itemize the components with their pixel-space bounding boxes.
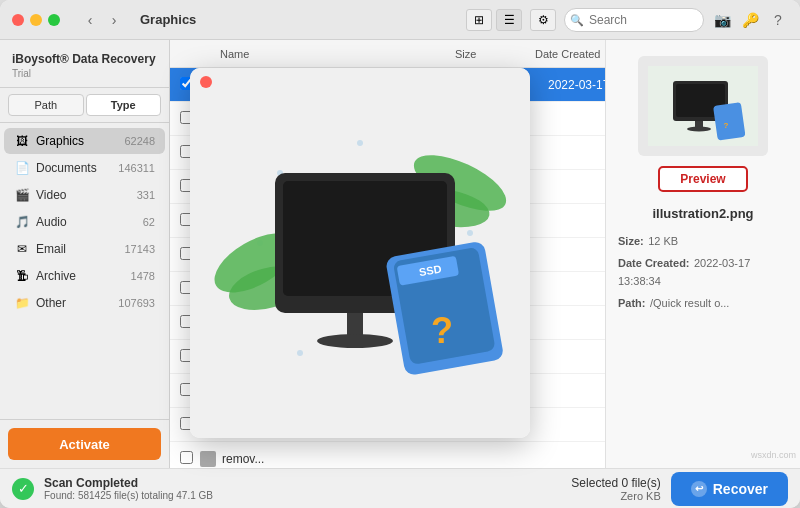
illustration-svg: ? SSD [200, 93, 520, 413]
sidebar-item-label: Documents [36, 161, 112, 175]
close-button[interactable] [12, 14, 24, 26]
popup-image: ? SSD [190, 68, 530, 438]
svg-point-1 [357, 140, 363, 146]
watermark: wsxdn.com [751, 450, 796, 460]
size-label: Size: [618, 235, 644, 247]
file-name: remov... [222, 452, 466, 466]
app-subtitle: Trial [12, 68, 157, 79]
svg-point-4 [467, 230, 473, 236]
minimize-button[interactable] [30, 14, 42, 26]
graphics-icon: 🖼 [14, 133, 30, 149]
info-icon[interactable]: 🔑 [740, 10, 760, 30]
nav-buttons: ‹ › [80, 10, 124, 30]
column-name: Name [220, 48, 455, 60]
popup-close-button[interactable] [200, 76, 212, 88]
preview-overlay: ? SSD ? Preview illust [170, 40, 800, 468]
search-wrapper [564, 8, 704, 32]
date-label: Date Created: [618, 257, 690, 269]
recover-button[interactable]: ↩ Recover [671, 472, 788, 506]
list-view-toggle[interactable]: ☰ [496, 9, 522, 31]
svg-point-5 [297, 350, 303, 356]
grid-view-toggle[interactable]: ⊞ [466, 9, 492, 31]
traffic-lights [12, 14, 60, 26]
forward-button[interactable]: › [104, 10, 124, 30]
sidebar-item-count: 107693 [118, 297, 155, 309]
sidebar-item-other[interactable]: 📁 Other 107693 [4, 290, 165, 316]
sidebar-item-documents[interactable]: 📄 Documents 146311 [4, 155, 165, 181]
svg-point-24 [687, 127, 711, 132]
file-thumbnail [200, 451, 216, 467]
path-label: Path: [618, 297, 646, 309]
documents-icon: 📄 [14, 160, 30, 176]
tab-row: Path Type [0, 88, 169, 123]
sidebar-item-graphics[interactable]: 🖼 Graphics 62248 [4, 128, 165, 154]
size-value: 12 KB [648, 235, 678, 247]
svg-text:?: ? [724, 121, 729, 130]
search-input[interactable] [564, 8, 704, 32]
sidebar-header: iBoysoft® Data Recovery Trial [0, 40, 169, 88]
scan-title: Scan Completed [44, 476, 213, 490]
scan-text: Scan Completed Found: 581425 file(s) tot… [44, 476, 213, 501]
svg-rect-25 [713, 102, 746, 141]
tab-type[interactable]: Type [86, 94, 162, 116]
audio-icon: 🎵 [14, 214, 30, 230]
status-bar: ✓ Scan Completed Found: 581425 file(s) t… [0, 468, 800, 508]
maximize-button[interactable] [48, 14, 60, 26]
recover-icon: ↩ [691, 481, 707, 497]
right-panel: ? Preview illustration2.png Size: 12 KB … [605, 40, 800, 468]
image-preview-popup[interactable]: ? SSD [190, 68, 530, 438]
sidebar-list: 🖼 Graphics 62248 📄 Documents 146311 🎬 Vi… [0, 123, 169, 419]
email-icon: ✉ [14, 241, 30, 257]
column-size: Size [455, 48, 535, 60]
sidebar-item-label: Video [36, 188, 131, 202]
status-right: Selected 0 file(s) Zero KB ↩ Recover [571, 472, 788, 506]
sidebar-footer: Activate [0, 419, 169, 468]
help-icon[interactable]: ? [768, 10, 788, 30]
preview-thumbnail: ? [638, 56, 768, 156]
scan-complete-icon: ✓ [12, 478, 34, 500]
sidebar-item-label: Email [36, 242, 118, 256]
sidebar-item-archive[interactable]: 🗜 Archive 1478 [4, 263, 165, 289]
sidebar-item-video[interactable]: 🎬 Video 331 [4, 182, 165, 208]
preview-file-name: illustration2.png [652, 206, 753, 221]
sidebar-item-label: Archive [36, 269, 125, 283]
sidebar-item-email[interactable]: ✉ Email 17143 [4, 236, 165, 262]
sidebar-item-count: 1478 [131, 270, 155, 282]
selected-size: Zero KB [571, 490, 660, 502]
selected-files: Selected 0 file(s) [571, 476, 660, 490]
sidebar-item-label: Graphics [36, 134, 118, 148]
path-value: /Quick result o... [650, 297, 729, 309]
camera-icon[interactable]: 📷 [712, 10, 732, 30]
selected-info: Selected 0 file(s) Zero KB [571, 476, 660, 502]
view-toggles: ⊞ ☰ [466, 9, 522, 31]
preview-button[interactable]: Preview [658, 166, 748, 192]
titlebar-right: ⊞ ☰ ⚙ 📷 🔑 ? [466, 8, 788, 32]
sidebar-item-count: 331 [137, 189, 155, 201]
archive-icon: 🗜 [14, 268, 30, 284]
recover-label: Recover [713, 481, 768, 497]
scan-detail: Found: 581425 file(s) totaling 47.1 GB [44, 490, 213, 501]
sidebar-item-count: 62 [143, 216, 155, 228]
sidebar-item-audio[interactable]: 🎵 Audio 62 [4, 209, 165, 235]
window-title: Graphics [140, 12, 196, 27]
video-icon: 🎬 [14, 187, 30, 203]
activate-button[interactable]: Activate [8, 428, 161, 460]
sidebar-item-label: Other [36, 296, 112, 310]
svg-text:?: ? [431, 310, 453, 351]
titlebar: ‹ › Graphics ⊞ ☰ ⚙ 📷 🔑 ? [0, 0, 800, 40]
sidebar-item-count: 146311 [118, 162, 155, 174]
other-icon: 📁 [14, 295, 30, 311]
file-info-path-row: Path: /Quick result o... [618, 293, 788, 311]
file-info-date-row: Date Created: 2022-03-17 13:38:34 [618, 253, 788, 289]
sidebar-item-label: Audio [36, 215, 137, 229]
svg-point-14 [317, 334, 393, 348]
back-button[interactable]: ‹ [80, 10, 100, 30]
app-title: iBoysoft® Data Recovery [12, 52, 157, 68]
sidebar-item-count: 17143 [124, 243, 155, 255]
file-info-size-row: Size: 12 KB [618, 231, 788, 249]
row-checkbox[interactable] [180, 450, 200, 468]
sidebar: iBoysoft® Data Recovery Trial Path Type … [0, 40, 170, 468]
filter-button[interactable]: ⚙ [530, 9, 556, 31]
tab-path[interactable]: Path [8, 94, 84, 116]
sidebar-item-count: 62248 [124, 135, 155, 147]
